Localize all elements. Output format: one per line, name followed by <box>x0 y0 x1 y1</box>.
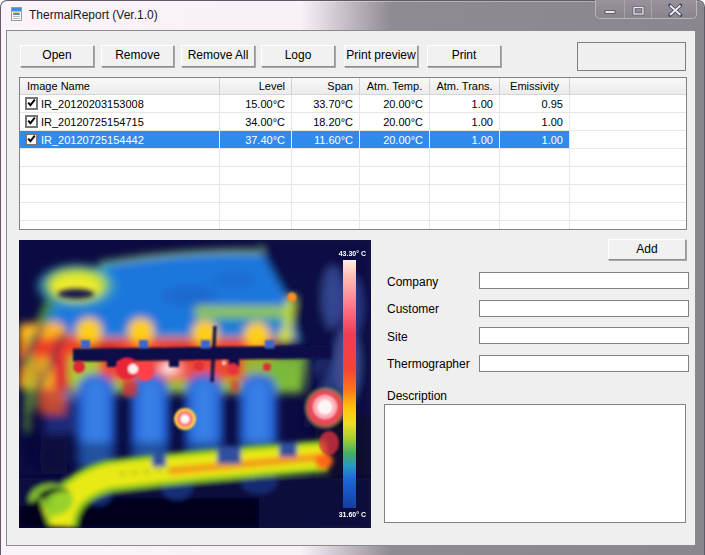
svg-text:31.60° C: 31.60° C <box>339 511 366 518</box>
svg-text:43.30° C: 43.30° C <box>339 250 366 257</box>
